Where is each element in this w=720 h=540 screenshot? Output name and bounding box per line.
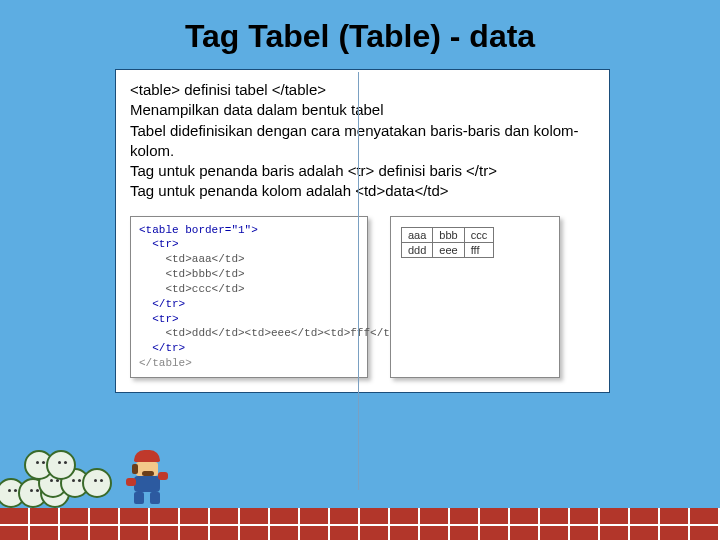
- figure-row: <table border="1"> <tr> <td>aaa</td> <td…: [130, 216, 595, 378]
- code-line: </table>: [139, 357, 192, 369]
- table-cell: aaa: [402, 227, 433, 242]
- code-line: <td>aaa</td>: [139, 253, 245, 265]
- desc-line: Tag untuk penanda baris adalah <tr> defi…: [130, 161, 595, 181]
- code-line: <td>bbb</td>: [139, 268, 245, 280]
- code-line: <tr>: [139, 313, 179, 325]
- desc-line: Tabel didefinisikan dengan cara menyatak…: [130, 121, 595, 162]
- code-line: <table border="1">: [139, 224, 258, 236]
- table-cell: fff: [464, 242, 494, 257]
- bush-decoration: [32, 450, 76, 480]
- code-line: </tr>: [139, 342, 185, 354]
- code-line: <td>ddd</td><td>eee</td><td>fff</td>: [139, 327, 403, 339]
- output-example: aaa bbb ccc ddd eee fff: [390, 216, 560, 378]
- table-cell: bbb: [433, 227, 464, 242]
- desc-line: <table> definisi tabel </table>: [130, 80, 595, 100]
- description-text: <table> definisi tabel </table> Menampil…: [130, 80, 595, 202]
- vertical-guide-line: [358, 72, 359, 490]
- rendered-table: aaa bbb ccc ddd eee fff: [401, 227, 494, 258]
- table-row: aaa bbb ccc: [402, 227, 494, 242]
- code-example: <table border="1"> <tr> <td>aaa</td> <td…: [130, 216, 368, 378]
- code-line: <tr>: [139, 238, 179, 250]
- table-row: ddd eee fff: [402, 242, 494, 257]
- content-box: <table> definisi tabel </table> Menampil…: [115, 69, 610, 393]
- desc-line: Tag untuk penanda kolom adalah <td>data<…: [130, 181, 595, 201]
- code-line: <td>ccc</td>: [139, 283, 245, 295]
- table-cell: eee: [433, 242, 464, 257]
- table-cell: ccc: [464, 227, 494, 242]
- mario-sprite: [128, 450, 168, 508]
- code-line: </tr>: [139, 298, 185, 310]
- brick-ground: [0, 508, 720, 540]
- slide-title: Tag Tabel (Table) - data: [0, 0, 720, 69]
- desc-line: Menampilkan data dalam bentuk tabel: [130, 100, 595, 120]
- table-cell: ddd: [402, 242, 433, 257]
